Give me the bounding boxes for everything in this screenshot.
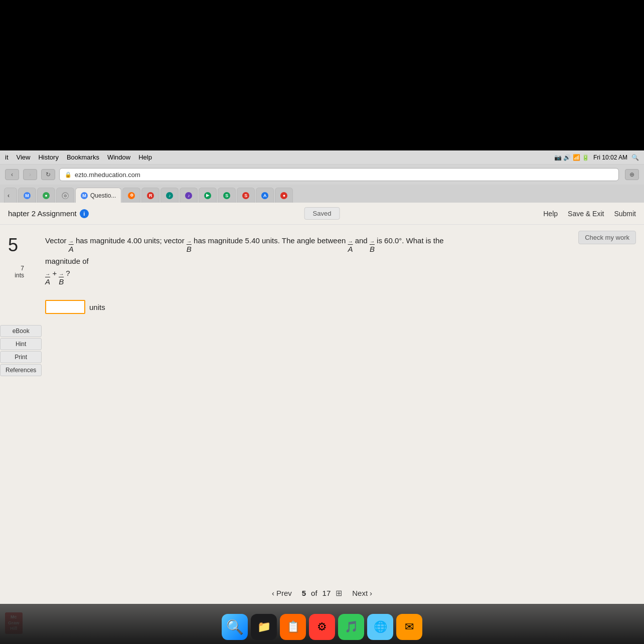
current-page: 5 bbox=[302, 589, 306, 597]
tab-4-label: Questio... bbox=[90, 192, 116, 199]
forward-button: › bbox=[23, 169, 37, 180]
vector-a2-symbol: → A bbox=[348, 239, 353, 255]
answer-row: units bbox=[45, 300, 634, 314]
question-number: 5 bbox=[8, 235, 18, 256]
top-bar: hapter 2 Assignment i Saved Help Save & … bbox=[0, 203, 644, 225]
tab-11[interactable]: S bbox=[237, 188, 255, 203]
content-area: 5 7 ints Vector → A has magnitude 4.00 u… bbox=[0, 225, 644, 526]
tab-favicon-9: ▶ bbox=[204, 192, 211, 199]
dock-item-3[interactable]: ⚙ bbox=[309, 614, 335, 640]
text-part1: Vector bbox=[45, 236, 69, 245]
menu-item-bookmarks[interactable]: Bookmarks bbox=[67, 153, 99, 161]
back-button[interactable]: ‹ bbox=[5, 169, 19, 180]
tab-10[interactable]: S bbox=[218, 188, 236, 203]
tab-8[interactable]: ♪ bbox=[180, 188, 198, 203]
sum-letter-b: B bbox=[59, 276, 64, 288]
tab-9[interactable]: ▶ bbox=[199, 188, 217, 203]
info-icon[interactable]: i bbox=[80, 209, 89, 218]
dock-item-5[interactable]: 🌐 bbox=[367, 614, 393, 640]
of-label: of bbox=[311, 589, 317, 597]
tab-favicon-6: R bbox=[147, 192, 154, 199]
assignment-title: hapter 2 Assignment i bbox=[8, 209, 89, 218]
tab-favicon-12: A bbox=[261, 192, 268, 199]
tab-6[interactable]: R bbox=[141, 188, 159, 203]
tab-favicon-10: S bbox=[223, 192, 230, 199]
tab-1[interactable]: M bbox=[18, 188, 36, 203]
references-button[interactable]: References bbox=[0, 364, 42, 376]
print-button[interactable]: Print bbox=[0, 351, 42, 363]
tabs-row: ‹ M ● ◯ M Questio... ⚙ R ♪ ♪ ▶ S bbox=[0, 185, 644, 203]
letter-b2: B bbox=[370, 243, 375, 255]
clock: Fri 10:02 AM bbox=[593, 154, 627, 161]
help-button[interactable]: Help bbox=[543, 210, 558, 218]
vector-b2-symbol: → B bbox=[370, 239, 375, 255]
units-label: units bbox=[89, 303, 105, 311]
text-part2: has magnitude 4.00 units; vector bbox=[76, 236, 187, 245]
assignment-page: hapter 2 Assignment i Saved Help Save & … bbox=[0, 203, 644, 644]
ebook-button[interactable]: eBook bbox=[0, 325, 42, 337]
address-bar[interactable]: 🔒 ezto.mheducation.com bbox=[59, 168, 619, 181]
tab-favicon-8: ♪ bbox=[185, 192, 192, 199]
tab-back[interactable]: ‹ bbox=[4, 188, 17, 203]
tab-favicon-2: ● bbox=[43, 192, 50, 199]
dock-item-2[interactable]: 📋 bbox=[280, 614, 306, 640]
tab-favicon-13: ● bbox=[280, 192, 287, 199]
tab-favicon-7: ♪ bbox=[166, 192, 173, 199]
question-text: Vector → A has magnitude 4.00 units; vec… bbox=[45, 235, 446, 288]
menu-item-it[interactable]: it bbox=[5, 153, 9, 161]
vector-b-symbol: → B bbox=[187, 239, 192, 255]
tab-5[interactable]: ⚙ bbox=[122, 188, 140, 203]
dock-item-finder[interactable]: 🔍 bbox=[222, 614, 248, 640]
points-unit: ints bbox=[0, 272, 24, 279]
search-icon[interactable]: 🔍 bbox=[631, 154, 639, 161]
prev-button[interactable]: ‹ Prev bbox=[272, 589, 292, 597]
submit-button[interactable]: Submit bbox=[614, 210, 636, 218]
menu-item-history[interactable]: History bbox=[38, 153, 58, 161]
next-button[interactable]: Next › bbox=[352, 589, 372, 597]
prev-chevron: ‹ bbox=[272, 589, 274, 597]
vector-sum-b-symbol: → B bbox=[59, 272, 64, 288]
menu-item-view[interactable]: View bbox=[17, 153, 31, 161]
save-exit-button[interactable]: Save & Exit bbox=[568, 210, 604, 218]
sum-letter-a: A bbox=[45, 276, 50, 288]
points-value: 7 bbox=[0, 265, 24, 272]
address-bar-row: ‹ › ↻ 🔒 ezto.mheducation.com ⊕ bbox=[0, 165, 644, 185]
tab-7[interactable]: ♪ bbox=[160, 188, 179, 203]
menu-item-window[interactable]: Window bbox=[107, 153, 130, 161]
tab-3[interactable]: ◯ bbox=[56, 188, 74, 203]
browser-chrome: ‹ › ↻ 🔒 ezto.mheducation.com ⊕ ‹ M ● ◯ M… bbox=[0, 165, 644, 203]
menu-item-help[interactable]: Help bbox=[138, 153, 152, 161]
tab-4-active[interactable]: M Questio... bbox=[75, 188, 121, 203]
url-text: ezto.mheducation.com bbox=[75, 171, 140, 179]
prev-label: Prev bbox=[276, 589, 292, 597]
next-label: Next bbox=[352, 589, 368, 597]
answer-input[interactable] bbox=[45, 300, 85, 314]
bottom-nav: ‹ Prev 5 of 17 ⊞ Next › bbox=[0, 582, 644, 604]
system-icons: 📷 🔊 📶 🔋 bbox=[554, 154, 589, 161]
side-buttons: eBook Hint Print References bbox=[0, 325, 42, 376]
hint-button[interactable]: Hint bbox=[0, 338, 42, 350]
top-bar-right: Help Save & Exit Submit bbox=[543, 210, 636, 218]
tab-favicon-4: M bbox=[81, 192, 88, 199]
sidebar-info: 7 ints bbox=[0, 265, 28, 279]
letter-a: A bbox=[69, 243, 74, 255]
letter-a2: A bbox=[348, 243, 353, 255]
saved-badge: Saved bbox=[304, 207, 340, 220]
lock-icon: 🔒 bbox=[65, 172, 72, 178]
grid-icon[interactable]: ⊞ bbox=[336, 588, 342, 598]
dock-item-1[interactable]: 📁 bbox=[251, 614, 277, 640]
tab-favicon-11: S bbox=[242, 192, 249, 199]
reload-button[interactable]: ↻ bbox=[41, 169, 55, 180]
text-part5: ? bbox=[66, 269, 70, 277]
tab-2[interactable]: ● bbox=[37, 188, 55, 203]
dock-item-6[interactable]: ✉ bbox=[396, 614, 422, 640]
tab-12[interactable]: A bbox=[256, 188, 274, 203]
tab-favicon-1: M bbox=[24, 192, 31, 199]
add-tab-button[interactable]: ⊕ bbox=[625, 169, 639, 180]
dock-item-4[interactable]: 🎵 bbox=[338, 614, 364, 640]
vector-a-symbol: → A bbox=[69, 239, 74, 255]
mac-dock: 🔍 📁 📋 ⚙ 🎵 🌐 ✉ bbox=[0, 604, 644, 644]
menu-bar: it View History Bookmarks Window Help 📷 … bbox=[0, 150, 644, 165]
tab-13[interactable]: ● bbox=[275, 188, 293, 203]
vec-sum-label: → A + → B bbox=[45, 269, 66, 277]
